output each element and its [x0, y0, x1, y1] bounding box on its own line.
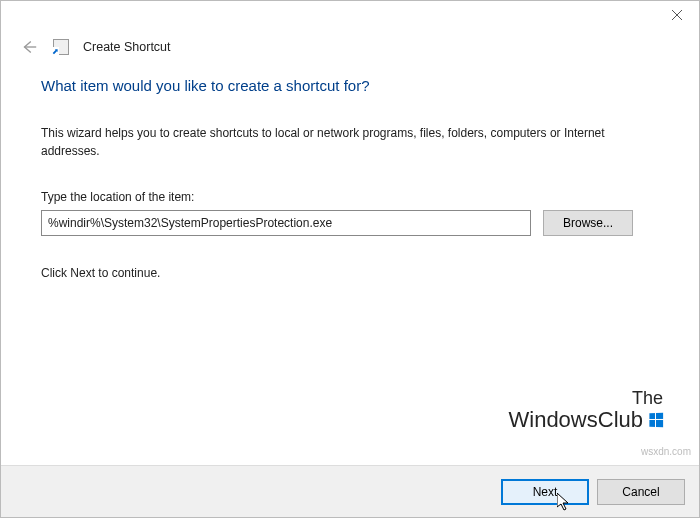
shortcut-icon: [53, 39, 69, 55]
back-arrow-icon: [20, 38, 38, 56]
create-shortcut-wizard-window: Create Shortcut What item would you like…: [0, 0, 700, 518]
back-button[interactable]: [19, 37, 39, 57]
windows-logo-icon: [649, 413, 663, 428]
location-input[interactable]: [41, 210, 531, 236]
close-icon: [672, 10, 682, 20]
titlebar: [1, 1, 699, 31]
watermark-logo: The WindowsClub: [509, 389, 664, 431]
wizard-footer: Next Cancel: [1, 465, 699, 517]
url-watermark: wsxdn.com: [641, 446, 691, 457]
wizard-content: What item would you like to create a sho…: [1, 77, 699, 280]
location-label: Type the location of the item:: [41, 190, 659, 204]
close-button[interactable]: [654, 1, 699, 29]
wizard-header-title: Create Shortcut: [83, 40, 171, 54]
watermark-line2: WindowsClub: [509, 407, 644, 432]
watermark-line1: The: [509, 389, 664, 408]
next-button[interactable]: Next: [501, 479, 589, 505]
page-description: This wizard helps you to create shortcut…: [41, 124, 659, 160]
continue-text: Click Next to continue.: [41, 266, 659, 280]
browse-button[interactable]: Browse...: [543, 210, 633, 236]
page-title: What item would you like to create a sho…: [41, 77, 659, 94]
cancel-button[interactable]: Cancel: [597, 479, 685, 505]
wizard-header: Create Shortcut: [1, 31, 699, 77]
location-row: Browse...: [41, 210, 659, 236]
